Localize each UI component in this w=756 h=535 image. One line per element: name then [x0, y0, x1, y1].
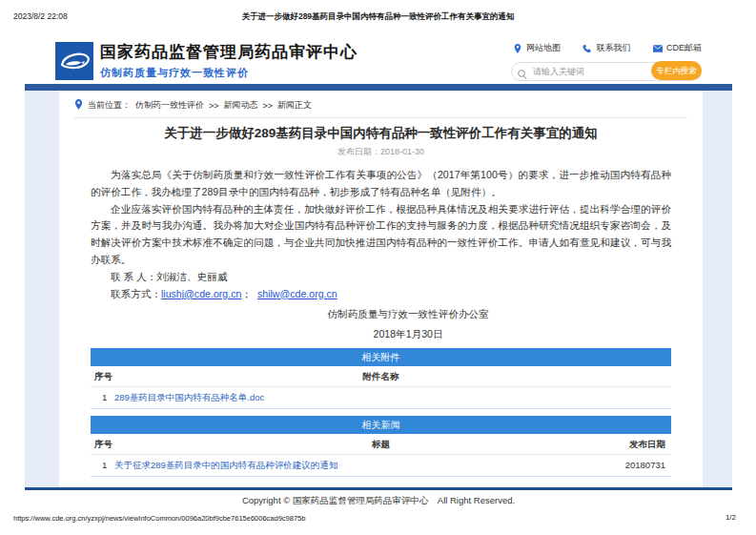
- location-pin-icon: [74, 99, 83, 112]
- site-title-block: 国家药品监督管理局药品审评中心 仿制药质量与疗效一致性评价: [100, 43, 358, 80]
- signature-date: 2018年1月30日: [145, 324, 671, 344]
- related-news-table: 相关新闻 序号 标题 发布日期 1 关于征求289基药目录中的国内特有品种评价建…: [91, 416, 671, 477]
- footer-divider: [25, 487, 732, 490]
- attachments-table-header: 序号 附件名称: [91, 366, 671, 387]
- related-news-link[interactable]: 关于征求289基药目录中的国内特有品种评价建议的通知: [114, 455, 337, 476]
- print-document-title: 关于进一步做好289基药目录中国内特有品种一致性评价工作有关事宜的通知: [0, 11, 756, 23]
- article: 关于进一步做好289基药目录中国内特有品种一致性评价工作有关事宜的通知 发布日期…: [59, 125, 703, 477]
- article-title: 关于进一步做好289基药目录中国内特有品种一致性评价工作有关事宜的通知: [91, 125, 671, 142]
- column-header-attachment-name: 附件名称: [91, 366, 671, 387]
- site-header: 国家药品监督管理局药品审评中心 仿制药质量与疗效一致性评价 网站地图 联系我们: [25, 33, 732, 84]
- contact-us-link[interactable]: 联系我们: [582, 42, 630, 54]
- table-row: 1 289基药目录中国内特有品种名单.doc: [91, 387, 671, 408]
- email-link-shilw[interactable]: shilw@cde.org.cn: [257, 288, 337, 299]
- row-publish-date: 20180731: [625, 455, 665, 476]
- column-header-publish-date: 发布日期: [629, 434, 665, 455]
- publish-date: 发布日期：2018-01-30: [91, 146, 671, 158]
- swan-logo-icon: [55, 42, 93, 80]
- contact-us-label: 联系我们: [596, 42, 630, 54]
- page-body-background: 当前位置： 仿制药一致性评价 >> 新闻动态 >> 新闻正文 关于进一步做好28…: [25, 91, 732, 487]
- signature-org: 仿制药质量与疗效一致性评价办公室: [145, 304, 671, 324]
- row-seq: 1: [102, 455, 107, 476]
- contact-method-line: 联系方式：liushj@cde.org.cn；shilw@cde.org.cn: [91, 286, 671, 303]
- email-link-liushj[interactable]: liushj@cde.org.cn: [161, 288, 241, 299]
- article-body: 为落实总局《关于仿制药质量和疗效一致性评价工作有关事项的公告》（2017年第10…: [91, 167, 671, 302]
- cde-mail-label: CDE邮箱: [666, 42, 702, 54]
- webpage: 国家药品监督管理局药品审评中心 仿制药质量与疗效一致性评价 网站地图 联系我们: [25, 33, 732, 510]
- row-seq: 1: [102, 387, 107, 408]
- copyright-text: Copyright © 国家药品监督管理局药品审评中心 All Right Re…: [25, 495, 732, 507]
- search-bar: 专栏内搜索: [511, 61, 702, 80]
- breadcrumb-separator: >>: [209, 101, 219, 111]
- map-pin-icon: [513, 44, 522, 53]
- column-header-title: 标题: [91, 434, 671, 455]
- cde-logo[interactable]: [55, 42, 93, 80]
- breadcrumb-item-news[interactable]: 新闻动态: [224, 99, 258, 112]
- breadcrumb-separator: >>: [263, 101, 274, 111]
- breadcrumb-prefix: 当前位置：: [88, 99, 131, 112]
- breadcrumb-divider: [74, 117, 687, 118]
- paragraph: 企业应落实评价国内特有品种的主体责任，加快做好评价工作，根据品种具体情况及相关要…: [91, 201, 671, 269]
- contact-method-label: 联系方式：: [111, 288, 161, 299]
- header-quick-links: 网站地图 联系我们 CDE邮箱: [513, 42, 702, 54]
- mail-icon: [653, 44, 663, 53]
- attachment-doc-link[interactable]: 289基药目录中国内特有品种名单.doc: [114, 387, 264, 408]
- search-button[interactable]: 专栏内搜索: [651, 61, 702, 80]
- site-title: 国家药品监督管理局药品审评中心: [100, 43, 358, 62]
- related-news-table-header: 序号 标题 发布日期: [91, 434, 671, 455]
- breadcrumb-item-current: 新闻正文: [277, 99, 312, 112]
- table-row: 1 关于征求289基药目录中的国内特有品种评价建议的通知 20180731: [91, 455, 671, 476]
- print-preview-page: 2023/8/2 22:08 关于进一步做好289基药目录中国内特有品种一致性评…: [0, 0, 756, 535]
- related-news-table-title: 相关新闻: [91, 416, 671, 434]
- cde-mail-link[interactable]: CDE邮箱: [653, 42, 702, 54]
- sitemap-label: 网站地图: [526, 42, 561, 54]
- attachments-table: 相关附件 序号 附件名称 1 289基药目录中国内特有品种名单.doc: [91, 348, 671, 409]
- print-page-indicator: 1/2: [725, 513, 736, 522]
- breadcrumb-item-channel[interactable]: 仿制药一致性评价: [135, 99, 204, 112]
- sitemap-link[interactable]: 网站地图: [513, 42, 561, 54]
- phone-icon: [582, 44, 592, 53]
- attachments-table-title: 相关附件: [91, 348, 671, 366]
- nav-bar: [25, 84, 732, 91]
- site-subtitle: 仿制药质量与疗效一致性评价: [100, 66, 358, 80]
- search-icon: [518, 66, 527, 75]
- content-card: 当前位置： 仿制药一致性评价 >> 新闻动态 >> 新闻正文 关于进一步做好28…: [59, 91, 703, 487]
- breadcrumb: 当前位置： 仿制药一致性评价 >> 新闻动态 >> 新闻正文: [59, 91, 703, 112]
- contact-person-line: 联 系 人：刘淑洁、史丽威: [91, 269, 671, 286]
- email-separator: ；: [241, 288, 252, 299]
- signature-block: 仿制药质量与疗效一致性评价办公室 2018年1月30日: [91, 304, 671, 344]
- print-url: https://www.cde.org.cn/yzxpj/news/viewIn…: [13, 514, 305, 523]
- paragraph: 为落实总局《关于仿制药质量和疗效一致性评价工作有关事项的公告》（2017年第10…: [91, 167, 671, 201]
